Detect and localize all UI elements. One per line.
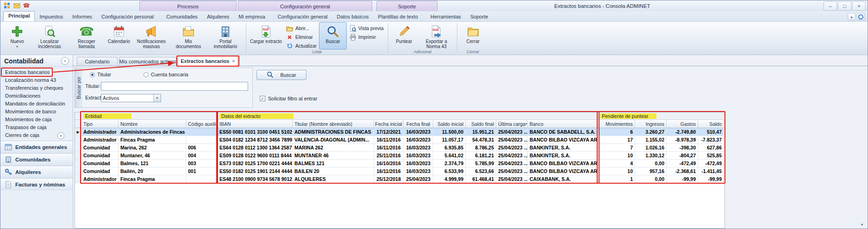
cell[interactable]: 6.523,66 <box>466 167 496 175</box>
cell[interactable]: BANKINTER, S.A. <box>528 152 598 160</box>
cell[interactable]: 6.181,21 <box>466 152 496 160</box>
cell[interactable]: 16/03/2023 <box>404 152 433 160</box>
sidebar-section-alquileres[interactable]: Alquileres <box>0 166 73 178</box>
cell[interactable]: 25/04/2023 ... <box>496 144 528 152</box>
cell[interactable]: 15.951,21 <box>466 128 496 136</box>
cell[interactable]: Comunidad <box>81 160 119 167</box>
cell[interactable]: 17/12/2021 <box>374 128 404 136</box>
recoger-llamada-button[interactable]: ☎ Recoger llamada <box>68 22 105 50</box>
cell[interactable]: BANCO BILBAO VIZCAYA ARGENTA... <box>528 160 598 167</box>
cell[interactable]: 003 <box>186 160 218 167</box>
cell[interactable]: -398,30 <box>667 144 698 152</box>
cell[interactable]: 25/04/2023 <box>404 175 433 183</box>
mail-icon[interactable] <box>13 2 20 9</box>
cell[interactable]: Comunidad <box>81 152 119 160</box>
cell[interactable]: BANCO BILBAO VIZCAYA ARGENTA... <box>528 136 598 144</box>
sidebar-item-localizacion-norma-43[interactable]: Localización norma 43 <box>0 76 73 84</box>
cell[interactable]: BANKINTER, S.A. <box>528 144 598 152</box>
imprimir-button[interactable]: Imprimir <box>348 33 385 41</box>
sidebar-item-extractos-bancarios[interactable]: Extractos bancarios <box>0 68 73 76</box>
cell[interactable]: 25/04/2023 ... <box>496 160 528 167</box>
cell[interactable]: 25/04/2023 ... <box>496 136 528 144</box>
cell[interactable]: 25/04/2023 ... <box>496 128 528 136</box>
close-tab-icon[interactable]: × <box>232 58 235 64</box>
titular-input[interactable] <box>101 82 248 91</box>
cell[interactable]: ALQUILERES <box>293 175 374 183</box>
tab-list-caret-icon[interactable]: ▾ <box>861 223 863 227</box>
cell[interactable]: ES09 0128 0122 9600 0111 8444 <box>218 152 293 160</box>
minimize-button[interactable]: – <box>824 1 837 11</box>
row-selector[interactable] <box>75 144 81 152</box>
cell[interactable]: ES73 0182 0125 1700 0221 4444 <box>218 160 293 167</box>
cell[interactable]: 16/11/2016 <box>374 144 404 152</box>
ribbon-tab-mi-empresa[interactable]: Mi empresa <box>234 12 269 21</box>
cell[interactable]: 004 <box>186 152 218 160</box>
column-header-fecha-final[interactable]: Fecha final <box>404 120 433 128</box>
cell[interactable]: 001 <box>186 167 218 175</box>
cell[interactable]: 25/11/2016 <box>374 152 404 160</box>
buscar-button[interactable]: Buscar <box>319 22 347 50</box>
phone-icon[interactable]: ☎ <box>23 2 30 9</box>
buscar-submit-button[interactable]: Buscar <box>256 70 306 80</box>
cell[interactable]: 6.533,99 <box>433 167 466 175</box>
column-header-gastos[interactable]: Gastos <box>667 120 698 128</box>
sidebar-item-domiciliaciones[interactable]: Domiciliaciones <box>0 92 73 100</box>
portal-inmobiliario-button[interactable]: Portal inmobiliario <box>207 22 244 50</box>
exportar-norma43-button[interactable]: N43 Exportar a Norma 43 <box>418 22 455 50</box>
cell[interactable]: 16/10/2016 <box>374 160 404 167</box>
actualizar-button[interactable]: Actualizar <box>285 42 318 50</box>
cell[interactable]: -2.368,61 <box>667 167 698 175</box>
column-header-saldo-inicial[interactable]: Saldo inicial <box>433 120 466 128</box>
column-header-nombre[interactable]: Nombre <box>119 120 186 128</box>
column-header-ultima-carga[interactable]: Última carga▾ <box>496 120 528 128</box>
cell[interactable]: -99,99 <box>698 175 724 183</box>
cell[interactable]: ES04 0182 1234 8712 3456 7899 <box>218 136 293 144</box>
row-selector[interactable] <box>75 175 81 183</box>
row-selector[interactable]: ▶ <box>75 128 81 136</box>
close-button[interactable]: × <box>852 1 866 11</box>
cell[interactable]: 16/03/2023 <box>404 128 433 136</box>
ribbon-tab-datos-basicos[interactable]: Datos básicos <box>332 12 373 21</box>
cell[interactable]: 16/11/2016 <box>374 136 404 144</box>
column-header-banco[interactable]: Banco <box>528 120 598 128</box>
abrir-button[interactable]: Abrir... <box>285 25 318 32</box>
cell[interactable]: 10 <box>598 152 635 160</box>
ribbon-tab-configuracion-personal[interactable]: Configuración personal <box>97 12 158 21</box>
cell[interactable]: 6.935,85 <box>433 144 466 152</box>
sidebar-item-movimientos-de-caja[interactable]: Movimientos de caja <box>0 116 73 124</box>
ribbon-tab-alquileres[interactable]: Alquileres <box>202 12 234 21</box>
sidebar-section-comunidades[interactable]: Comunidades <box>0 153 73 166</box>
cell[interactable]: 16/03/2023 <box>404 136 433 144</box>
sidebar-item-cierres-de-caja[interactable]: Cierres de caja▾ <box>0 131 73 139</box>
column-header-codigo-auxiliar[interactable]: Código auxiliar <box>186 120 218 128</box>
cell[interactable]: 525,85 <box>698 152 724 160</box>
sidebar-item-mandatos-de-domiciliacion[interactable]: Mandatos de domiciliación <box>0 100 73 108</box>
collapse-ribbon-button[interactable]: ▴ <box>848 13 856 20</box>
ribbon-tab-soporte[interactable]: Soporte <box>466 12 493 21</box>
help-button[interactable] <box>857 13 865 20</box>
cell[interactable]: Fincas Pragma <box>119 175 186 183</box>
cell[interactable]: 2.374,79 <box>433 160 466 167</box>
cell[interactable]: BALMES 121 <box>293 160 374 167</box>
cell[interactable]: Administrador <box>81 175 119 183</box>
doc-tab-extractos-bancarios[interactable]: Extractos bancarios× <box>178 56 238 66</box>
maximize-button[interactable]: □ <box>838 1 851 11</box>
cell[interactable]: -99,99 <box>667 175 698 183</box>
vista-previa-button[interactable]: Vista previa <box>348 25 385 32</box>
cell[interactable]: 61.468,41 <box>466 175 496 183</box>
cell[interactable]: 510,47 <box>698 128 724 136</box>
cell[interactable]: 5.641,02 <box>433 152 466 160</box>
cell[interactable]: -2.749,80 <box>667 128 698 136</box>
cell[interactable]: Administrador <box>81 128 119 136</box>
cell[interactable]: 957,16 <box>635 167 667 175</box>
ribbon-tab-impuestos[interactable]: Impuestos <box>35 12 68 21</box>
doc-tab-calendario[interactable]: Calendario <box>77 57 118 66</box>
cell[interactable]: Balmes, 121 <box>119 160 186 167</box>
cell[interactable]: Muntaner, 46 <box>119 152 186 160</box>
ribbon-tab-informes[interactable]: Informes <box>68 12 97 21</box>
cell[interactable]: Marina, 262 <box>119 144 186 152</box>
eliminar-button[interactable]: Eliminar <box>285 33 318 41</box>
cell[interactable]: 10 <box>598 167 635 175</box>
cell[interactable]: 1 <box>598 175 635 183</box>
cell[interactable]: Administraciones de Fincas ... <box>119 128 186 136</box>
